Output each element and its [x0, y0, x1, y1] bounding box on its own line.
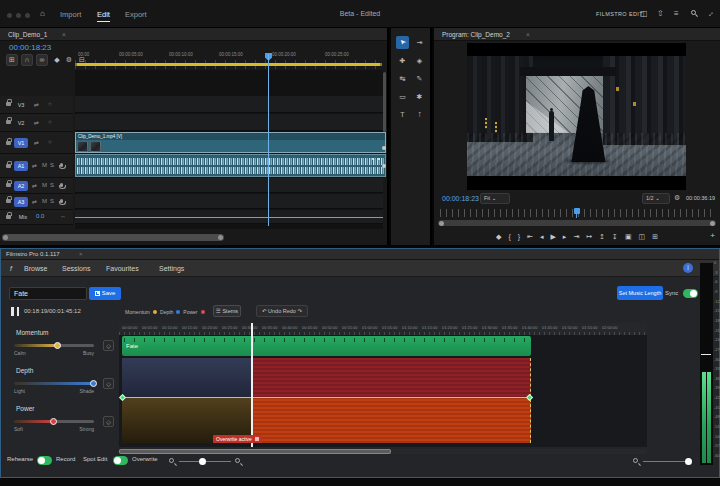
solo-button[interactable]: S: [50, 162, 54, 168]
timeline-playhead[interactable]: [268, 54, 269, 226]
timeline-timecode[interactable]: 00:00:18:23: [9, 43, 51, 52]
mark-out-button[interactable]: }: [518, 233, 520, 240]
spot-edit-overwrite-toggle[interactable]: [113, 456, 128, 465]
export-frame-button[interactable]: ▣: [625, 233, 632, 240]
keyframe-button[interactable]: ◇: [103, 416, 114, 427]
menu-icon[interactable]: ≡: [674, 9, 679, 18]
slider-track[interactable]: [14, 420, 94, 423]
go-to-out-button[interactable]: ⇥: [573, 233, 579, 240]
share-icon[interactable]: ⇧: [657, 9, 664, 18]
lane-a2[interactable]: [75, 178, 383, 193]
power-dot-icon[interactable]: [201, 310, 205, 314]
step-back-button[interactable]: ◂: [540, 233, 544, 240]
snap-icon[interactable]: ∩: [21, 54, 33, 66]
timeline-vertical-scrollbar[interactable]: [383, 72, 386, 132]
info-icon[interactable]: i: [683, 263, 693, 273]
music-block[interactable]: Fate: [122, 336, 531, 356]
lock-icon[interactable]: [6, 120, 11, 124]
voiceover-record-icon[interactable]: [60, 183, 63, 187]
close-icon[interactable]: ×: [526, 31, 530, 38]
sync-lock-icon[interactable]: ⇄: [32, 182, 37, 189]
loop-button[interactable]: ↦: [586, 233, 592, 240]
ripple-edit-tool-icon[interactable]: ✚: [396, 54, 409, 67]
track-output-icon[interactable]: ○: [48, 139, 52, 145]
pen-tool-icon[interactable]: ✎: [413, 72, 426, 85]
lift-button[interactable]: ↥: [599, 233, 605, 240]
sync-lock-icon[interactable]: ⇄: [34, 119, 39, 126]
playback-resolution-dropdown[interactable]: 1/2 ⌄: [642, 193, 670, 204]
selection-tool-icon[interactable]: ➤: [396, 36, 409, 49]
track-zoom-handle[interactable]: [382, 164, 386, 168]
save-button[interactable]: Save: [89, 287, 121, 300]
track-name-v2[interactable]: V2: [14, 118, 28, 128]
undo-button[interactable]: Undo: [268, 308, 281, 314]
vertical-type-tool-icon[interactable]: ⊺: [413, 108, 426, 121]
lane-v3[interactable]: [75, 96, 383, 113]
filmstro-timeline[interactable]: 00:00:0000:05:0000:10:0000:15:0000:20:00…: [119, 323, 647, 447]
undo-icon[interactable]: ↶: [262, 308, 267, 314]
zoom-slider-knob[interactable]: [199, 458, 206, 465]
track-name-a1[interactable]: A1: [14, 161, 28, 171]
filmstro-scrollbar[interactable]: [119, 449, 647, 454]
slider-handle[interactable]: [50, 418, 57, 425]
settings-wrench-icon[interactable]: ⚙: [674, 194, 680, 202]
timeline-tab[interactable]: Clip_Demo_1: [8, 31, 47, 38]
automation-right-bottom[interactable]: [251, 398, 531, 443]
zoom-out-icon[interactable]: [169, 458, 174, 463]
keyframe-button[interactable]: ◇: [103, 378, 114, 389]
solo-button[interactable]: S: [50, 198, 54, 204]
track-zoom-handle[interactable]: [382, 146, 386, 150]
timeline-settings-icon[interactable]: ⚙: [63, 54, 75, 66]
slider-handle[interactable]: [54, 342, 61, 349]
audio-clip[interactable]: [75, 154, 386, 177]
lock-icon[interactable]: [6, 199, 11, 203]
rectangle-tool-icon[interactable]: ▭: [396, 90, 409, 103]
menu-sessions[interactable]: Sessions: [62, 265, 90, 272]
voiceover-record-icon[interactable]: [60, 163, 63, 167]
extract-button[interactable]: ↧: [612, 233, 618, 240]
track-output-icon[interactable]: ○: [48, 101, 52, 107]
sync-lock-icon[interactable]: ⇄: [34, 101, 39, 108]
search-icon[interactable]: [691, 10, 696, 15]
momentum-dot-icon[interactable]: [153, 310, 157, 314]
lock-icon[interactable]: [6, 141, 11, 145]
linked-selection-icon[interactable]: ∞: [36, 54, 48, 66]
fit-dropdown[interactable]: Fit ⌄: [480, 193, 510, 204]
track-name-a2[interactable]: A2: [14, 181, 28, 191]
redo-icon[interactable]: ↷: [297, 308, 302, 314]
menu-browse[interactable]: Browse: [24, 265, 47, 272]
stems-button[interactable]: ☰ Stems: [213, 305, 241, 317]
redo-button[interactable]: Redo: [283, 308, 296, 314]
program-playhead[interactable]: [574, 208, 580, 214]
track-name-a3[interactable]: A3: [14, 197, 28, 207]
rolling-edit-tool-icon[interactable]: ◈: [413, 54, 426, 67]
program-tab[interactable]: Program: Clip_Demo_2: [442, 31, 510, 38]
zoom-in-icon[interactable]: [235, 458, 240, 463]
filmstro-ruler[interactable]: 00:00:0000:05:0000:10:0000:15:0000:20:00…: [119, 323, 647, 335]
slip-tool-icon[interactable]: ↹: [396, 72, 409, 85]
close-icon[interactable]: ×: [62, 31, 66, 38]
pause-icon[interactable]: [11, 307, 19, 316]
timeline-zoom-knob[interactable]: [685, 458, 692, 465]
program-timecode[interactable]: 00:00:18:23: [442, 195, 479, 202]
button-editor-plus[interactable]: +: [710, 231, 715, 240]
menu-settings[interactable]: Settings: [159, 265, 184, 272]
track-output-icon[interactable]: ○: [48, 119, 52, 125]
keyframe-button[interactable]: ◇: [103, 340, 114, 351]
automation-left-top[interactable]: [122, 358, 251, 398]
slider-handle[interactable]: [90, 380, 97, 387]
workspace-label[interactable]: FILMSTRO EDIT: [596, 11, 643, 17]
rehearse-record-toggle[interactable]: [37, 456, 52, 465]
type-tool-icon[interactable]: T: [396, 108, 409, 121]
lock-icon[interactable]: [6, 215, 11, 219]
nest-toggle-icon[interactable]: ⊞: [6, 54, 18, 66]
lane-v2[interactable]: [75, 114, 383, 131]
track-name-v3[interactable]: V3: [14, 100, 28, 110]
program-viewer[interactable]: [467, 43, 686, 190]
workspace-icon[interactable]: ◫: [640, 9, 648, 18]
close-icon[interactable]: ×: [79, 251, 83, 257]
timeline-ruler[interactable]: 00:0000:00:05:0000:00:10:0000:00:15:0000…: [75, 52, 382, 70]
voiceover-record-icon[interactable]: [60, 199, 63, 203]
set-music-length-button[interactable]: Set Music Length: [617, 286, 663, 300]
timeline-horizontal-scrollbar[interactable]: [2, 234, 224, 241]
